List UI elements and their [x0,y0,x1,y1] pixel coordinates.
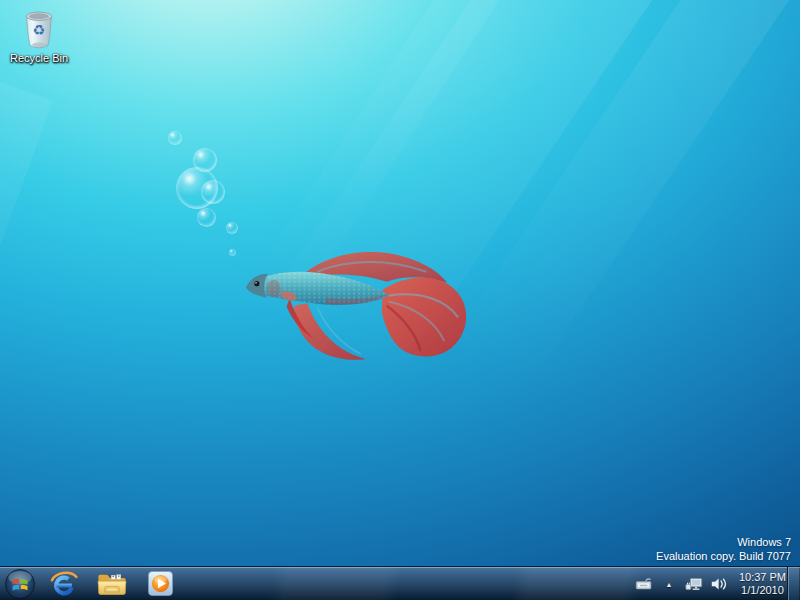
betta-fish-illustration [238,236,476,370]
tray-volume-icon[interactable] [710,574,728,594]
taskbar-button-windows-explorer[interactable] [88,567,136,600]
bubble [226,222,238,234]
clock-date: 1/1/2010 [739,584,786,597]
tray-keyboard-icon[interactable] [635,574,653,594]
bubble [197,208,216,227]
bubble [168,131,182,145]
windows-media-player-icon [147,570,174,597]
taskbar: ▲ 10:37 PM [0,566,800,600]
clock-time: 10:37 PM [739,571,786,584]
recycle-bin-desktop-icon[interactable]: ♻ Recycle Bin [6,8,72,64]
internet-explorer-icon [49,569,79,599]
bubble [229,249,236,256]
svg-text:♻: ♻ [33,22,46,38]
watermark-line1: Windows 7 [656,535,791,549]
taskbar-clock[interactable]: 10:37 PM 1/1/2010 [739,571,786,597]
taskbar-button-windows-media-player[interactable] [136,567,184,600]
tray-network-icon[interactable] [685,574,703,594]
start-button[interactable] [0,567,40,600]
recycle-bin-icon: ♻ [20,8,58,50]
taskbar-button-internet-explorer[interactable] [40,567,88,600]
light-ray [0,60,53,600]
desktop-wallpaper: ♻ Recycle Bin Windows 7 Evaluation copy.… [0,0,800,600]
show-hidden-icons-chevron[interactable]: ▲ [660,574,678,594]
bubble [201,180,225,204]
recycle-bin-label: Recycle Bin [6,52,72,64]
windows-start-orb [4,568,36,600]
windows-explorer-icon [96,570,128,598]
system-tray: ▲ 10:37 PM [635,567,786,600]
evaluation-watermark: Windows 7 Evaluation copy. Build 7077 [656,535,791,563]
show-desktop-button[interactable] [787,567,800,600]
watermark-line2: Evaluation copy. Build 7077 [656,549,791,563]
